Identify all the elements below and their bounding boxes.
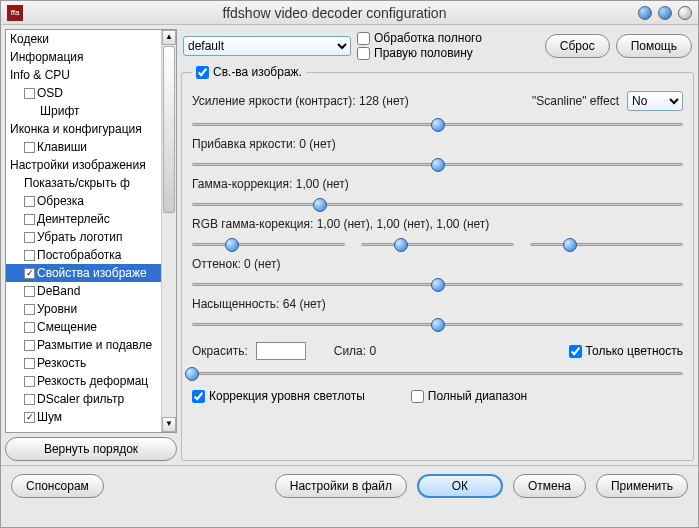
tree-item[interactable]: DScaler фильтр — [6, 390, 161, 408]
tree-item[interactable]: Уровни — [6, 300, 161, 318]
tree-item[interactable]: Обрезка — [6, 192, 161, 210]
close-icon[interactable] — [678, 6, 692, 20]
tree-item[interactable]: Резкость — [6, 354, 161, 372]
full-process-checkbox[interactable]: Обработка полного — [357, 31, 482, 46]
tree-scrollbar[interactable]: ▲ ▼ — [161, 30, 176, 432]
cancel-button[interactable]: Отмена — [513, 474, 586, 498]
donate-button[interactable]: Спонсорам — [11, 474, 104, 498]
tree-item[interactable]: DeBand — [6, 282, 161, 300]
tree-item[interactable]: Информация — [6, 48, 161, 66]
tree-item[interactable]: Клавиши — [6, 138, 161, 156]
brightness-label: Прибавка яркости: 0 (нет) — [192, 137, 336, 151]
apply-button[interactable]: Применить — [596, 474, 688, 498]
tree-item[interactable]: OSD — [6, 84, 161, 102]
rgb-g-slider[interactable] — [361, 234, 514, 254]
titlebar: ffa ffdshow video decoder configuration — [1, 1, 698, 25]
rgb-gamma-label: RGB гамма-корекция: 1,00 (нет), 1,00 (не… — [192, 217, 489, 231]
preset-select[interactable]: default — [183, 36, 351, 56]
gamma-label: Гамма-коррекция: 1,00 (нет) — [192, 177, 349, 191]
saturation-label: Насыщенность: 64 (нет) — [192, 297, 326, 311]
tree-item[interactable]: Показать/скрыть ф — [6, 174, 161, 192]
settings-tree[interactable]: КодекиИнформацияInfo & CPUOSDШрифтИконка… — [5, 29, 177, 433]
app-icon: ffa — [7, 5, 23, 21]
scanline-select[interactable]: No — [627, 91, 683, 111]
tree-item[interactable]: Иконка и конфигурация — [6, 120, 161, 138]
reset-button[interactable]: Сброс — [545, 34, 610, 58]
scanline-label: "Scanline" effect — [532, 94, 619, 108]
maximize-icon[interactable] — [658, 6, 672, 20]
tree-item[interactable]: Шрифт — [6, 102, 161, 120]
window-title: ffdshow video decoder configuration — [31, 5, 638, 21]
tree-item[interactable]: Настройки изображения — [6, 156, 161, 174]
tree-item[interactable]: Убрать логотип — [6, 228, 161, 246]
tree-item[interactable]: ✓Шум — [6, 408, 161, 426]
scroll-thumb[interactable] — [163, 46, 175, 213]
tree-item[interactable]: Резкость деформац — [6, 372, 161, 390]
contrast-label: Усиление яркости (контраст): 128 (нет) — [192, 94, 409, 108]
hue-label: Оттенок: 0 (нет) — [192, 257, 280, 271]
strength-label: Сила: 0 — [334, 344, 376, 358]
colorize-label: Окрасить: — [192, 344, 248, 358]
tree-item[interactable]: Постобработка — [6, 246, 161, 264]
rgb-r-slider[interactable] — [192, 234, 345, 254]
ok-button[interactable]: ОК — [417, 474, 503, 498]
tree-item[interactable]: Кодеки — [6, 30, 161, 48]
tree-item[interactable]: Смещение — [6, 318, 161, 336]
strength-slider[interactable] — [192, 363, 683, 383]
group-enable-checkbox[interactable]: Св.-ва изображ. — [196, 65, 302, 80]
help-button[interactable]: Помощь — [616, 34, 692, 58]
tree-item[interactable]: Info & CPU — [6, 66, 161, 84]
tree-item[interactable]: Размытие и подавле — [6, 336, 161, 354]
right-half-checkbox[interactable]: Правую половину — [357, 46, 482, 61]
hue-slider[interactable] — [192, 274, 683, 294]
reset-order-button[interactable]: Вернуть порядок — [5, 437, 177, 461]
chroma-only-checkbox[interactable]: Только цветность — [569, 344, 683, 359]
saturation-slider[interactable] — [192, 314, 683, 334]
contrast-slider[interactable] — [192, 114, 683, 134]
minimize-icon[interactable] — [638, 6, 652, 20]
scroll-down-icon[interactable]: ▼ — [162, 417, 176, 432]
export-button[interactable]: Настройки в файл — [275, 474, 407, 498]
brightness-slider[interactable] — [192, 154, 683, 174]
scroll-up-icon[interactable]: ▲ — [162, 30, 176, 45]
luma-correction-checkbox[interactable]: Коррекция уровня светлоты — [192, 389, 365, 404]
picture-properties-group: Св.-ва изображ. Усиление яркости (контра… — [181, 65, 694, 461]
rgb-b-slider[interactable] — [530, 234, 683, 254]
full-range-checkbox[interactable]: Полный диапазон — [411, 389, 527, 404]
colorize-color[interactable] — [256, 342, 306, 360]
gamma-slider[interactable] — [192, 194, 683, 214]
tree-item[interactable]: ✓Свойства изображе — [6, 264, 161, 282]
tree-item[interactable]: Деинтерлейс — [6, 210, 161, 228]
